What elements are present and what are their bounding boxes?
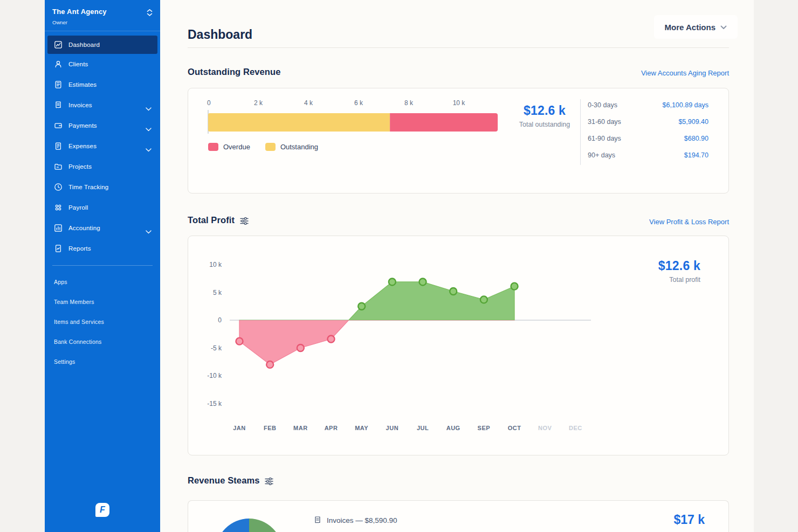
- chevron-down-icon: [146, 124, 152, 134]
- legend-item: Outstanding: [265, 143, 318, 151]
- bar-chart-legend: OverdueOutstanding: [208, 143, 318, 151]
- aging-amount-link[interactable]: $194.70: [684, 151, 708, 159]
- view-accounts-aging-report-link[interactable]: View Accounts Aging Report: [641, 69, 729, 77]
- profit-filter-button[interactable]: [240, 217, 249, 225]
- sidebar-item-label: Dashboard: [68, 42, 100, 48]
- clients-icon: [54, 60, 63, 68]
- aging-range-label: 31-60 days: [588, 118, 621, 126]
- aging-row: 0-30 days$6,100.89 days: [588, 101, 708, 118]
- svg-text:NOV: NOV: [538, 425, 552, 431]
- aging-amount-link[interactable]: $680.90: [684, 135, 708, 142]
- svg-text:MAR: MAR: [293, 425, 308, 431]
- svg-text:4 k: 4 k: [304, 99, 313, 107]
- reports-icon: [54, 244, 63, 253]
- svg-text:JAN: JAN: [233, 425, 246, 431]
- chevron-down-icon: [146, 226, 152, 236]
- svg-text:-10 k: -10 k: [207, 372, 222, 379]
- sidebar-item-payroll[interactable]: Payroll: [45, 197, 160, 218]
- sidebar-item-accounting[interactable]: Accounting: [45, 218, 160, 238]
- sidebar-divider: [52, 265, 153, 266]
- sidebar-item-label: Payments: [68, 122, 97, 129]
- sidebar-item-expenses[interactable]: Expenses: [45, 136, 160, 156]
- sidebar-item-payments[interactable]: Payments: [45, 115, 160, 136]
- total-profit-chart: 10 k5 k0-5 k-10 k-15 kJANFEBMARAPRMAYJUN…: [188, 236, 730, 455]
- total-outstanding-label: Total outstanding: [504, 121, 585, 128]
- total-profit-value: $12.6 k: [658, 259, 700, 273]
- org-role: Owner: [52, 19, 153, 25]
- sidebar-item-reports[interactable]: Reports: [45, 238, 160, 259]
- chevron-down-icon: [146, 103, 152, 113]
- sidebar: The Ant Agency Owner DashboardClientsEst…: [45, 0, 160, 532]
- sidebar-item-invoices[interactable]: Invoices: [45, 95, 160, 115]
- sidebar-item-projects[interactable]: Projects: [45, 156, 160, 177]
- dashboard-icon: [54, 40, 63, 49]
- app-window: The Ant Agency Owner DashboardClientsEst…: [0, 0, 798, 532]
- sidebar-item-team-members[interactable]: Team Members: [45, 293, 160, 310]
- org-switcher[interactable]: The Ant Agency Owner: [45, 0, 160, 31]
- svg-text:JUN: JUN: [386, 425, 399, 431]
- header-divider: [188, 47, 729, 48]
- sidebar-item-label: Time Tracking: [68, 184, 108, 190]
- logo-letter: F: [100, 505, 105, 515]
- svg-text:-15 k: -15 k: [207, 400, 222, 407]
- sidebar-item-label: Payroll: [68, 204, 88, 211]
- content: Dashboard More Actions Outstanding Reven…: [188, 0, 729, 532]
- svg-text:0: 0: [207, 99, 211, 107]
- outstanding-bar-chart: 02 k4 k6 k8 k10 k: [207, 98, 519, 139]
- aging-table: 0-30 days$6,100.89 days31-60 days$5,909.…: [588, 101, 708, 168]
- sidebar-item-time-tracking[interactable]: Time Tracking: [45, 177, 160, 197]
- svg-text:0: 0: [218, 316, 222, 324]
- sidebar-item-items-and-services[interactable]: Items and Services: [45, 313, 160, 330]
- outstanding-revenue-title: Outstanding Revenue: [188, 67, 280, 77]
- total-profit-card: 10 k5 k0-5 k-10 k-15 kJANFEBMARAPRMAYJUN…: [188, 236, 729, 455]
- svg-text:6 k: 6 k: [354, 99, 363, 107]
- total-profit-block: $12.6 k Total profit: [658, 259, 700, 284]
- revenue-total-value: $17 k: [673, 513, 705, 527]
- aging-range-label: 0-30 days: [588, 101, 617, 109]
- sidebar-item-label: Estimates: [68, 81, 97, 88]
- aging-range-label: 61-90 days: [588, 135, 621, 142]
- aging-row: 31-60 days$5,909.40: [588, 118, 708, 135]
- org-switcher-chevrons-icon: [147, 9, 153, 18]
- sidebar-item-clients[interactable]: Clients: [45, 54, 160, 74]
- sidebar-item-label: Projects: [68, 163, 92, 170]
- legend-swatch: [208, 143, 218, 151]
- estimates-icon: [54, 80, 63, 89]
- freshbooks-logo: F: [95, 503, 109, 517]
- revenue-invoices-row: Invoices — $8,590.90: [313, 516, 397, 524]
- payments-icon: [54, 121, 63, 130]
- sidebar-item-bank-connections[interactable]: Bank Connections: [45, 333, 160, 350]
- invoices-icon: [54, 101, 63, 109]
- svg-text:AUG: AUG: [446, 425, 460, 431]
- svg-text:10 k: 10 k: [209, 261, 222, 268]
- sidebar-item-label: Clients: [68, 61, 88, 67]
- revenue-steams-card: Invoices — $8,590.90 $17 k: [188, 500, 729, 532]
- total-outstanding-value: $12.6 k: [504, 103, 585, 118]
- invoice-icon: [313, 516, 322, 524]
- org-name: The Ant Agency: [52, 8, 153, 16]
- view-profit-loss-report-link[interactable]: View Profit & Loss Report: [649, 218, 729, 226]
- legend-swatch: [265, 143, 276, 151]
- sidebar-item-label: Expenses: [68, 143, 97, 149]
- sidebar-item-dashboard[interactable]: Dashboard: [47, 36, 157, 54]
- sliders-icon: [265, 478, 273, 485]
- outstanding-revenue-card: 02 k4 k6 k8 k10 k OverdueOutstanding $12…: [188, 88, 729, 194]
- sidebar-item-apps[interactable]: Apps: [45, 273, 160, 291]
- svg-text:JUL: JUL: [417, 425, 429, 431]
- more-actions-label: More Actions: [665, 23, 716, 32]
- more-actions-button[interactable]: More Actions: [654, 15, 738, 39]
- legend-item: Overdue: [208, 143, 250, 151]
- revenue-pie-chart: [214, 517, 290, 532]
- sidebar-item-estimates[interactable]: Estimates: [45, 74, 160, 95]
- aging-row: 61-90 days$680.90: [588, 135, 708, 151]
- aging-amount-link[interactable]: $6,100.89 days: [663, 101, 709, 109]
- aging-amount-link[interactable]: $5,909.40: [678, 118, 708, 126]
- sidebar-item-settings[interactable]: Settings: [45, 353, 160, 370]
- legend-label: Outstanding: [280, 143, 318, 151]
- svg-text:-5 k: -5 k: [211, 344, 222, 352]
- revenue-steams-title: Revenue Steams: [188, 475, 259, 486]
- svg-text:MAY: MAY: [355, 425, 368, 431]
- revenue-filter-button[interactable]: [265, 478, 273, 485]
- card-vertical-divider: [580, 99, 581, 165]
- accounting-icon: [54, 224, 63, 232]
